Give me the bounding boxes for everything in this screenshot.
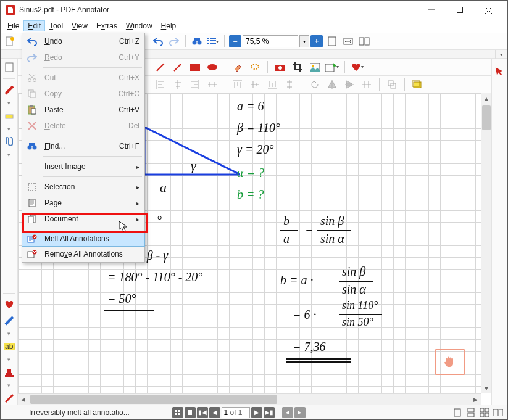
last-page-button[interactable]: ▶▮ [264, 407, 275, 418]
arrow-tool-icon[interactable] [171, 60, 185, 74]
undo-icon [26, 35, 38, 47]
menu-window[interactable]: Window [122, 20, 157, 31]
menu-redo[interactable]: RedoCtrl+Y [22, 49, 144, 65]
flip-v-icon[interactable] [343, 78, 356, 91]
align-hcenter-icon[interactable] [171, 78, 185, 91]
fit-width-button[interactable] [341, 35, 355, 48]
svg-rect-12 [365, 38, 369, 45]
minimize-button[interactable] [417, 1, 446, 19]
align-top-icon[interactable] [231, 78, 244, 91]
align-vcenter-icon[interactable] [248, 78, 262, 91]
picture-add-icon[interactable]: +▾ [325, 60, 339, 74]
list-button[interactable]: ▾ [206, 35, 220, 48]
menu-undo[interactable]: UndoCtrl+Z [22, 33, 144, 49]
highlighter-icon[interactable] [3, 110, 15, 122]
nav-back-button[interactable]: ◄ [282, 407, 293, 418]
camera-icon[interactable] [273, 60, 287, 74]
mirror-icon[interactable] [360, 78, 373, 91]
binoculars-button[interactable] [190, 35, 204, 48]
line-tool-icon[interactable] [154, 60, 167, 74]
svg-rect-17 [5, 375, 14, 377]
zoom-in-button[interactable]: + [310, 35, 323, 47]
menu-copy[interactable]: CopyCtrl+C [22, 86, 144, 102]
svg-rect-35 [175, 410, 177, 412]
single-page-button[interactable] [185, 407, 196, 418]
frac2-den: sin α [342, 282, 366, 297]
app-icon [6, 5, 15, 15]
pen-blue-icon[interactable] [3, 315, 15, 327]
pen-red-icon[interactable] [3, 84, 15, 96]
rotate-left-icon[interactable] [308, 78, 322, 91]
group-icon[interactable] [385, 78, 399, 91]
frac3-den: sin 50° [342, 316, 373, 329]
menu-view[interactable]: View [67, 20, 92, 31]
heart-icon[interactable] [3, 299, 15, 311]
distribute-h-icon[interactable] [206, 78, 219, 91]
eq4: = 7,36 [293, 340, 326, 354]
menu-cut[interactable]: CutCtrl+X [22, 70, 144, 86]
lasso-icon[interactable] [248, 60, 262, 74]
menu-page[interactable]: Page▸ [22, 195, 144, 211]
first-page-button[interactable]: ▮◀ [197, 407, 208, 418]
toggle-thumbs-button[interactable] [172, 407, 183, 418]
vertical-scrollbar[interactable]: ▲ ▼ [481, 93, 491, 393]
rect-tool-icon[interactable] [188, 60, 202, 74]
prev-page-button[interactable]: ◀ [209, 407, 220, 418]
menu-melt-all[interactable]: Melt All Annotations [22, 231, 145, 247]
eraser-icon[interactable] [231, 60, 244, 74]
close-button[interactable] [474, 1, 502, 19]
menu-edit[interactable]: Edit [23, 20, 45, 31]
next-page-button[interactable]: ▶ [251, 407, 262, 418]
view-two-icon[interactable] [493, 407, 504, 418]
menu-extras[interactable]: Extras [92, 20, 122, 31]
menu-document[interactable]: Document▸ [22, 211, 144, 227]
ellipse-tool-icon[interactable] [206, 60, 219, 74]
maximize-button[interactable] [446, 1, 474, 19]
view-cont-icon[interactable] [465, 407, 477, 418]
view-single-icon[interactable] [452, 407, 463, 418]
toolbar-overflow-button[interactable]: ▾ [495, 50, 506, 59]
undo-button[interactable] [151, 35, 165, 48]
zoom-dropdown[interactable]: ▾ [299, 35, 309, 47]
zoom-input[interactable]: 75,5 % [243, 35, 298, 47]
page-number-input[interactable]: 1 of 1 [222, 407, 250, 418]
menu-find[interactable]: Find...Ctrl+F [22, 138, 144, 154]
new-doc-button[interactable] [3, 35, 17, 48]
heart-fav-icon[interactable]: ▾ [351, 60, 364, 74]
layer-icon[interactable] [410, 78, 424, 91]
distribute-v-icon[interactable] [283, 78, 296, 91]
crop-icon[interactable] [291, 60, 304, 74]
menu-file[interactable]: File [3, 20, 23, 31]
menu-insert-image[interactable]: Insert Image▸ [22, 159, 144, 175]
menu-paste[interactable]: PasteCtrl+V [22, 102, 144, 118]
stamp-icon[interactable] [3, 366, 15, 379]
pen-red2-icon[interactable] [3, 392, 15, 405]
align-right-icon[interactable] [188, 78, 202, 91]
menu-delete[interactable]: DeleteDel [22, 118, 144, 134]
picture-icon[interactable] [308, 60, 322, 74]
svg-point-49 [28, 79, 31, 82]
view-grid-icon[interactable] [479, 407, 490, 418]
zoom-out-button[interactable]: − [229, 35, 241, 47]
menu-tool[interactable]: Tool [45, 20, 67, 31]
svg-rect-41 [468, 408, 474, 412]
melt-icon [26, 233, 38, 245]
hand-tool-button[interactable] [435, 349, 465, 375]
horizontal-scrollbar[interactable]: ◀ ▶ [18, 393, 481, 405]
cursor-tool-icon[interactable] [494, 65, 506, 77]
text-highlight-icon[interactable]: abl [3, 340, 15, 353]
delete-icon [26, 120, 38, 132]
menu-selection[interactable]: Selection▸ [22, 179, 144, 195]
menu-help[interactable]: Help [157, 20, 181, 31]
align-left-icon[interactable] [154, 78, 167, 91]
two-page-button[interactable] [357, 35, 371, 48]
flip-h-icon[interactable] [325, 78, 339, 91]
fit-page-button[interactable] [325, 35, 339, 48]
page-thumb-icon[interactable] [3, 61, 15, 73]
attachment-icon[interactable] [3, 136, 15, 148]
align-bottom-icon[interactable] [265, 78, 279, 91]
redo-button[interactable] [167, 35, 181, 48]
menu-remove-all[interactable]: Remove All Annotations [22, 246, 144, 262]
nav-fwd-button[interactable]: ► [294, 407, 306, 418]
scissors-icon [26, 72, 38, 84]
